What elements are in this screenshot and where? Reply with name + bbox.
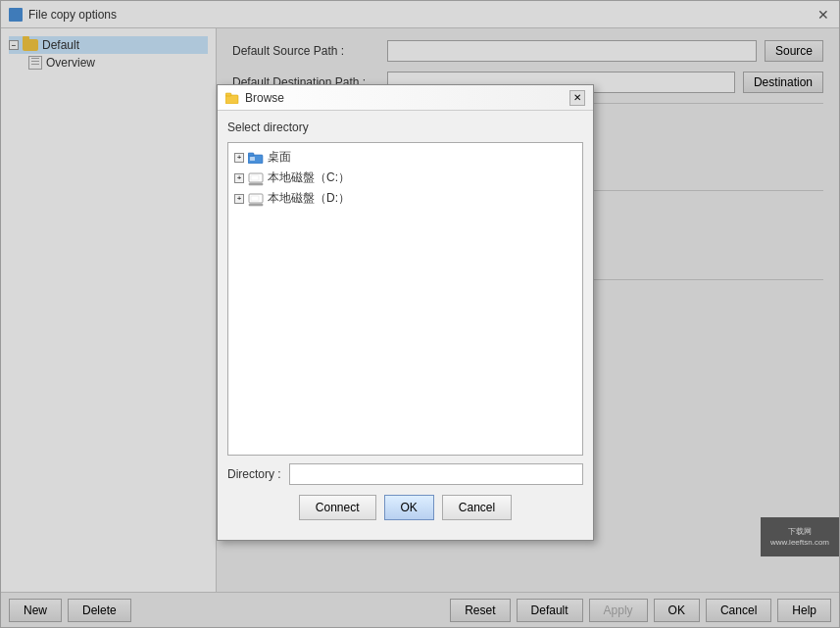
svg-rect-7 [251,175,259,180]
browse-content: Select directory + 桌面 [218,111,593,540]
browse-cancel-button[interactable]: Cancel [442,495,512,520]
browse-title-text: Browse [245,91,284,105]
browse-close-button[interactable]: ✕ [569,90,585,106]
folder-desktop-icon [248,152,264,164]
svg-rect-4 [250,157,255,161]
modal-overlay: Browse ✕ Select directory + [1,1,839,627]
svg-rect-9 [249,204,263,206]
main-window: File copy options ✕ − Default Overview [0,0,840,628]
browse-item-label-d: 本地磁盤（D:） [268,190,350,207]
browse-dir-row: Directory : [227,463,583,485]
expand-c[interactable]: + [234,173,244,183]
drive-c-icon [248,172,264,184]
browse-dialog-icon [225,92,239,104]
browse-btn-row: Connect OK Cancel [227,495,583,530]
drive-d-icon [248,193,264,205]
browse-title-bar: Browse ✕ [218,85,593,111]
svg-rect-6 [249,183,263,185]
browse-tree[interactable]: + 桌面 + [227,142,583,456]
browse-dialog: Browse ✕ Select directory + [217,84,594,541]
svg-rect-0 [225,95,238,104]
browse-tree-item-d[interactable]: + 本地磁盤（D:） [232,188,578,209]
svg-rect-3 [248,153,254,156]
browse-connect-button[interactable]: Connect [299,495,376,520]
svg-rect-10 [251,196,259,201]
browse-ok-button[interactable]: OK [384,495,434,520]
browse-tree-item-desktop[interactable]: + 桌面 [232,147,578,168]
browse-dir-label: Directory : [227,467,281,481]
expand-desktop[interactable]: + [234,153,244,163]
browse-title-left: Browse [225,91,284,105]
browse-item-label-desktop: 桌面 [268,149,291,166]
select-dir-label: Select directory [227,121,583,134]
browse-item-label-c: 本地磁盤（C:） [268,169,350,186]
svg-rect-1 [225,93,231,96]
browse-tree-item-c[interactable]: + 本地磁盤（C:） [232,168,578,188]
browse-dir-input[interactable] [289,463,583,485]
expand-d[interactable]: + [234,194,244,204]
